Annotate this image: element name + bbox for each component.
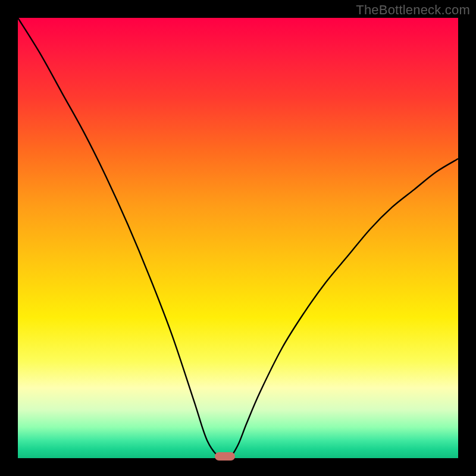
bottleneck-curve: [18, 18, 458, 458]
optimal-point-marker: [215, 452, 235, 461]
chart-frame: TheBottleneck.com: [0, 0, 476, 476]
plot-area: [18, 18, 458, 458]
curve-path: [18, 18, 458, 460]
attribution-text: TheBottleneck.com: [356, 2, 470, 18]
